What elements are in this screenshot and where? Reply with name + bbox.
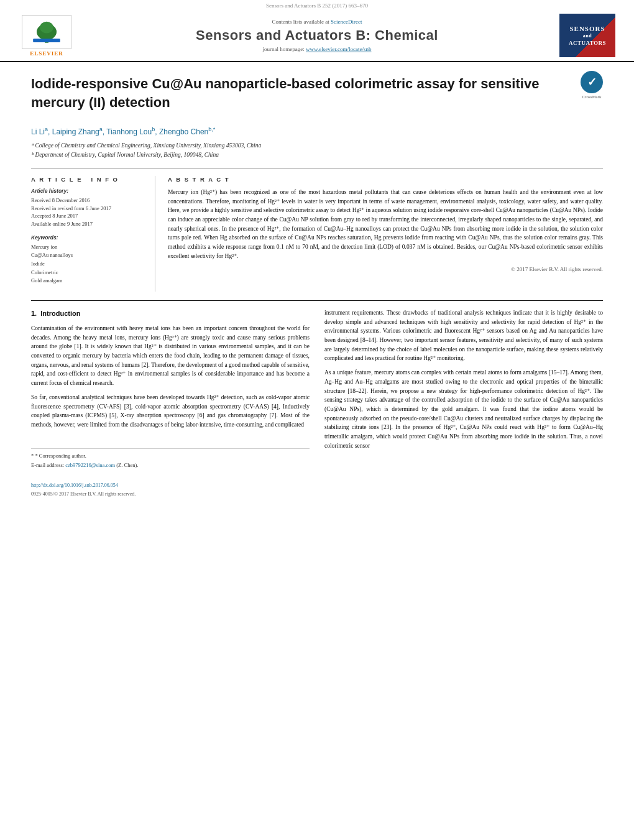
footnote-corresponding-text: * Corresponding author. (35, 453, 86, 459)
intro-title-text: Introduction (40, 310, 80, 317)
main-divider (31, 300, 603, 301)
online-date: Available online 9 June 2017 (31, 220, 146, 228)
col-right: instrument requirements. These drawbacks… (324, 308, 603, 499)
svg-point-3 (40, 22, 53, 34)
homepage-label: journal homepage: (263, 46, 305, 52)
keyword-5: Gold amalgam (31, 277, 146, 285)
sciencedirect-link[interactable]: ScienceDirect (331, 19, 362, 25)
sensors-line1: SENSORS (569, 24, 606, 33)
col-left: 1. Introduction Contamination of the env… (31, 308, 310, 499)
email-label: E-mail address: (31, 462, 64, 468)
keyword-4: Colorimetric (31, 269, 146, 277)
article-info-heading: A R T I C L E I N F O (31, 176, 146, 183)
crossmark-badge: ✓ CrossMark (581, 71, 603, 99)
issn-text: 0925-4005/© 2017 Elsevier B.V. All right… (31, 491, 310, 498)
keyword-3: Iodide (31, 260, 146, 269)
right-para2: As a unique feature, mercury atoms can c… (324, 368, 603, 450)
journal-header: ELSEVIER Contents lists available at Sci… (0, 10, 634, 62)
divider-1 (31, 168, 603, 168)
history-label: Article history: (31, 188, 146, 194)
journal-title-center: Contents lists available at ScienceDirec… (75, 19, 559, 52)
intro-heading: 1. Introduction (31, 308, 310, 319)
sensors-line3: ACTUATORS (569, 40, 606, 47)
article-history-section: Article history: Received 8 December 201… (31, 188, 146, 228)
elsevier-logo: ELSEVIER (19, 15, 75, 57)
abstract-heading: A B S T R A C T (168, 176, 603, 183)
copyright-line: © 2017 Elsevier B.V. All rights reserved… (168, 266, 603, 272)
author-li-li: Li Lia (31, 127, 48, 136)
homepage-url[interactable]: www.elsevier.com/locate/snb (306, 46, 371, 52)
sensors-actuators-logo: SENSORS and ACTUATORS (559, 14, 615, 57)
doi-link[interactable]: http://dx.doi.org/10.1016/j.snb.2017.06.… (31, 482, 310, 489)
article-content: Iodide-responsive Cu@Au nanoparticle-bas… (0, 62, 634, 510)
received-date: Received 8 December 2016 (31, 196, 146, 205)
sensors-line2: and (569, 33, 606, 39)
author-lou: Tianhong Loub (106, 127, 155, 136)
email-person: (Z. Chen). (116, 462, 138, 468)
footnote-corresponding: * * Corresponding author. (31, 453, 310, 460)
email-link[interactable]: czb9792216@sina.com (65, 462, 115, 468)
author-zhang: Laiping Zhanga (52, 127, 103, 136)
article-title: Iodide-responsive Cu@Au nanoparticle-bas… (31, 75, 571, 111)
footnote-email: E-mail address: czb9792216@sina.com (Z. … (31, 462, 310, 469)
keywords-label: Keywords: (31, 234, 146, 241)
journal-homepage: journal homepage: www.elsevier.com/locat… (75, 46, 559, 52)
footnote-area: * * Corresponding author. E-mail address… (31, 448, 310, 469)
article-body: A R T I C L E I N F O Article history: R… (31, 176, 603, 292)
sciencedirect-line: Contents lists available at ScienceDirec… (75, 19, 559, 25)
elsevier-logo-box (22, 15, 71, 49)
title-area: Iodide-responsive Cu@Au nanoparticle-bas… (31, 75, 603, 120)
page: Sensors and Actuators B 252 (2017) 663–6… (0, 0, 634, 840)
crossmark-circle: ✓ (581, 71, 603, 93)
article-info: A R T I C L E I N F O Article history: R… (31, 176, 155, 292)
sciencedirect-label: Contents lists available at (272, 19, 329, 25)
keywords-section: Keywords: Mercury ion Cu@Au nanoalloys I… (31, 234, 146, 285)
bottom-footer: http://dx.doi.org/10.1016/j.snb.2017.06.… (31, 482, 310, 499)
crossmark-label: CrossMark (581, 95, 603, 99)
affiliation-a: ᵃ College of Chemistry and Chemical Engi… (31, 141, 603, 150)
intro-number: 1. (31, 310, 37, 317)
intro-para2: So far, conventional analytical techniqu… (31, 393, 310, 430)
journal-main-title: Sensors and Actuators B: Chemical (75, 27, 559, 44)
authors-line: Li Lia, Laiping Zhanga, Tianhong Loub, Z… (31, 126, 603, 136)
intro-para1: Contamination of the environment with he… (31, 324, 310, 388)
revised-date: Received in revised form 6 June 2017 (31, 205, 146, 213)
author-chen: Zhengbo Chenb,* (159, 127, 215, 136)
affiliation-b: ᵇ Department of Chemistry, Capital Norma… (31, 150, 603, 159)
citation-text: Sensors and Actuators B 252 (2017) 663–6… (266, 2, 368, 9)
elsevier-tree-svg (28, 19, 65, 44)
abstract-text: Mercury ion (Hg²⁺) has been recognized a… (168, 188, 603, 261)
citation-bar: Sensors and Actuators B 252 (2017) 663–6… (0, 0, 634, 10)
accepted-date: Accepted 8 June 2017 (31, 212, 146, 220)
keywords-list: Mercury ion Cu@Au nanoalloys Iodide Colo… (31, 243, 146, 285)
two-col-body: 1. Introduction Contamination of the env… (31, 308, 603, 499)
right-para1: instrument requirements. These drawbacks… (324, 308, 603, 363)
keyword-1: Mercury ion (31, 243, 146, 252)
affiliations: ᵃ College of Chemistry and Chemical Engi… (31, 141, 603, 159)
svg-rect-4 (33, 39, 60, 42)
abstract-section: A B S T R A C T Mercury ion (Hg²⁺) has b… (168, 176, 603, 292)
keyword-2: Cu@Au nanoalloys (31, 251, 146, 260)
sensors-logo-text: SENSORS and ACTUATORS (569, 24, 606, 47)
elsevier-brand-text: ELSEVIER (30, 50, 63, 57)
